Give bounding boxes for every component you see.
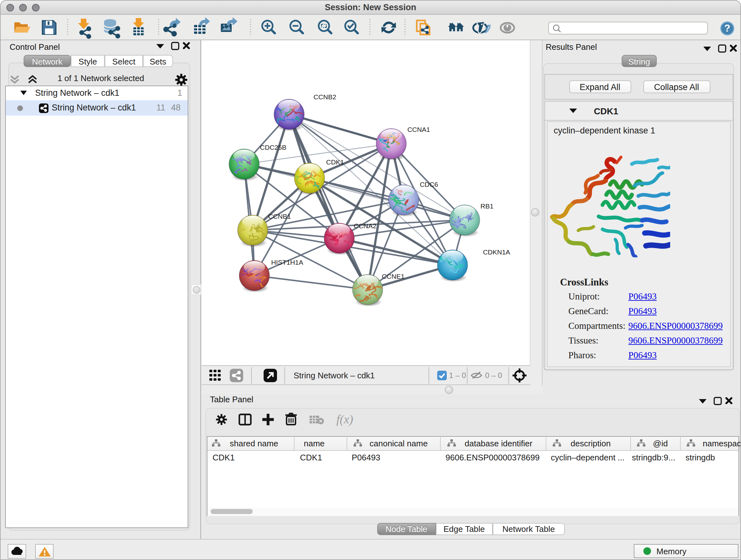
svg-text:String Network – cdk1: String Network – cdk1 (293, 371, 375, 380)
svg-text:f(x): f(x) (336, 413, 353, 426)
svg-text:1 – 0: 1 – 0 (449, 371, 466, 380)
svg-text:CDC6: CDC6 (420, 181, 438, 188)
svg-text:CCNB2: CCNB2 (313, 93, 336, 101)
svg-text:RB1: RB1 (481, 202, 494, 210)
svg-text:CCNB1: CCNB1 (268, 212, 291, 220)
svg-text:?: ? (724, 23, 731, 34)
svg-text:0 – 0: 0 – 0 (485, 371, 502, 380)
svg-text:CDK1: CDK1 (326, 159, 344, 166)
svg-text:CDKN1A: CDKN1A (483, 248, 510, 256)
svg-text:HIST1H1A: HIST1H1A (271, 259, 303, 266)
svg-text:CCNE1: CCNE1 (382, 273, 404, 280)
svg-text:CDC25B: CDC25B (260, 144, 286, 151)
svg-text:CCNA1: CCNA1 (407, 126, 430, 133)
svg-text:CCNA2: CCNA2 (354, 222, 376, 230)
